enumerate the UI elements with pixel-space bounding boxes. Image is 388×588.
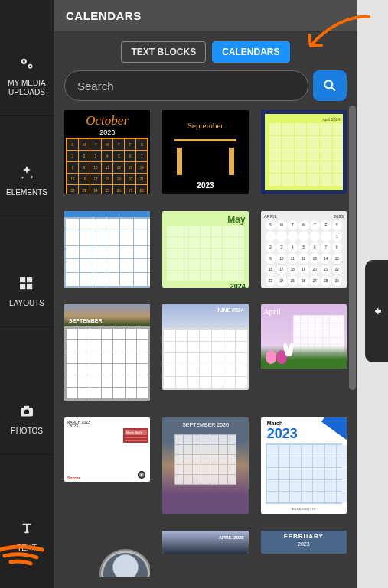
svg-rect-6 — [20, 277, 25, 282]
template-september-2023[interactable]: September 2023 — [162, 110, 248, 194]
sparkle-icon — [18, 162, 35, 184]
svg-point-13 — [324, 80, 332, 88]
template-september-photo[interactable]: SEPTEMBER — [64, 304, 150, 401]
calendars-panel: CALENDARS TEXT BLOCKS CALENDARS October … — [54, 0, 357, 588]
svg-point-3 — [29, 66, 31, 67]
soccer-ball-icon — [138, 471, 145, 479]
collapse-panel-button[interactable] — [365, 260, 388, 362]
rail-label: MY MEDIA UPLOADS — [0, 79, 54, 97]
rail-text[interactable]: TEXT — [0, 455, 54, 571]
panel-title: CALENDARS — [54, 0, 357, 32]
svg-rect-8 — [20, 284, 25, 289]
template-september-2020-landscape[interactable]: SEPTEMBER 2020 — [162, 417, 248, 514]
search-icon — [322, 78, 337, 93]
template-june-2024[interactable]: JUNE 2024 — [162, 304, 248, 390]
rail-label: TEXT — [17, 544, 37, 553]
search-button[interactable] — [313, 70, 347, 101]
template-april-easter[interactable]: April — [261, 304, 347, 369]
tab-calendars[interactable]: CALENDARS — [212, 41, 289, 63]
template-may-2024[interactable]: May 2024 — [162, 211, 248, 288]
rail-label: LAYOUTS — [9, 299, 44, 308]
svg-rect-7 — [27, 277, 32, 282]
rail-photos[interactable]: PHOTOS — [0, 327, 54, 455]
template-circular[interactable] — [64, 531, 150, 577]
rail-my-media-uploads[interactable]: MY MEDIA UPLOADS — [0, 42, 54, 116]
rail-label: ELEMENTS — [6, 188, 47, 197]
easter-egg-icon — [266, 350, 276, 364]
rail-layouts[interactable]: LAYOUTS — [0, 216, 54, 327]
left-rail: MY MEDIA UPLOADS ELEMENTS LAYOUTS PHOTOS… — [0, 0, 54, 588]
canvas-edge — [357, 0, 388, 588]
svg-point-1 — [23, 60, 25, 63]
svg-point-4 — [31, 176, 33, 178]
svg-point-5 — [22, 177, 24, 179]
template-april-2024-lime[interactable]: April 2024 — [261, 110, 347, 194]
template-march-2023-blue[interactable]: March 2023 ADD A SUBTITLE — [261, 417, 347, 514]
rail-elements[interactable]: ELEMENTS — [0, 116, 54, 216]
template-april-2023-circles[interactable]: APRIL2023 SMTWTFS12345678910111213141516… — [261, 211, 347, 288]
circular-frame-icon — [101, 551, 150, 577]
template-blue-grid-2024[interactable] — [64, 211, 150, 288]
template-april-2025[interactable]: APRIL 2025 — [162, 531, 248, 554]
camera-icon — [19, 401, 34, 422]
text-icon — [20, 518, 34, 539]
template-march-2023-soccer[interactable]: MARCH 2023 2023 Movie Night Soccer — [64, 417, 150, 482]
templates-scroll[interactable]: October 2023 SMTWTFS12345678910111213141… — [54, 110, 357, 588]
tab-text-blocks[interactable]: TEXT BLOCKS — [121, 41, 206, 63]
template-february-2023[interactable]: FEBRUARY 2023 — [261, 531, 347, 554]
arrow-left-icon — [371, 306, 382, 317]
svg-point-11 — [24, 410, 29, 414]
search-input[interactable] — [64, 70, 308, 101]
tab-row: TEXT BLOCKS CALENDARS — [54, 32, 357, 70]
svg-rect-12 — [24, 406, 29, 408]
svg-rect-9 — [27, 284, 32, 289]
scrollbar-thumb[interactable] — [349, 106, 356, 390]
gears-icon — [18, 53, 35, 74]
search-row — [54, 70, 357, 110]
template-october-2023[interactable]: October 2023 SMTWTFS12345678910111213141… — [64, 110, 150, 194]
rail-label: PHOTOS — [11, 427, 43, 436]
templates-grid: October 2023 SMTWTFS12345678910111213141… — [64, 110, 347, 577]
layouts-icon — [20, 273, 34, 294]
